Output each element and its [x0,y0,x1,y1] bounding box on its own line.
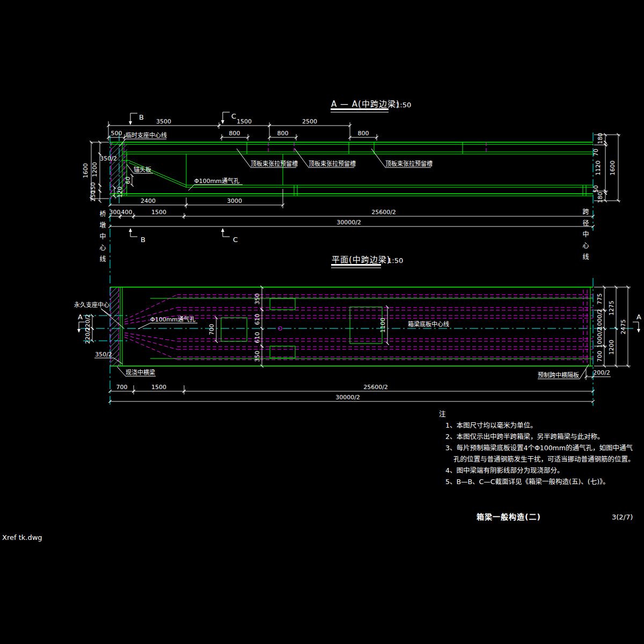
blockout-rect [270,346,295,358]
dim: 3000 [227,197,242,204]
dim: 25600/2 [371,209,396,216]
dim: 1500 [151,384,166,391]
label-slot-3: 顶板束张拉预留槽 [371,149,433,167]
note-line: 3、每片预制箱梁底板设置4个Φ100mm的通气孔，如图中通气 [445,444,633,452]
section-marker-b-bottom: B [129,228,145,244]
svg-text:Φ100mm通气孔: Φ100mm通气孔 [194,177,239,185]
elevation-scale: 1:50 [396,101,411,109]
notes-header: 注 [439,410,446,418]
dim: 300 [109,209,121,216]
page-number: 3(2/7) [612,513,633,521]
blockout-rect [221,318,247,341]
dim: 775 [596,294,603,305]
label-vent-hole-plan: Φ100mm通气孔 [138,316,197,329]
label-bottom-centerline: 箱梁底板中心线 [408,320,449,328]
dim: 1100 [379,318,386,333]
section-marker-b-top: B [129,113,144,125]
dim: 350 [254,351,261,362]
dim: 220/2 [84,327,91,344]
title-underline [331,108,389,110]
marker-letter: A [78,313,83,321]
dim: 30000/2 [335,394,360,401]
dim: 800 [358,130,369,137]
section-marker-c-bottom: C [221,228,238,244]
label-cast-beam: 现浇中横梁 [117,367,156,376]
svg-text:永久支座中心: 永久支座中心 [74,301,109,309]
section-marker-a-left: A [77,313,85,333]
dim: 180 [597,192,604,203]
dim: 1600 [82,163,89,178]
dim: 1120 [595,160,602,175]
dim: 3500 [156,118,171,125]
dim: 50 [592,185,599,193]
title-underline [331,264,381,266]
dim: 610 [254,314,261,325]
marker-letter: C [233,236,238,244]
svg-text:现浇中横梁: 现浇中横梁 [126,369,155,376]
dim: 2475 [620,319,627,334]
label-slot-1: 顶板束张拉预留槽 [237,149,298,167]
svg-text:预制跨中横隔板: 预制跨中横隔板 [538,371,579,379]
dim: 800 [277,130,289,137]
dim: 700 [116,384,128,391]
dim: 400 [121,209,133,216]
plan-scale: 1:50 [387,257,403,265]
svg-text:临时支座中心线: 临时支座中心线 [126,131,167,139]
marker-letter: B [139,113,144,121]
blockout-rect [350,307,382,343]
label-precast-diaphragm: 预制跨中横隔板 [538,364,589,379]
dim: 1500 [237,118,252,125]
dim: 2400 [141,197,156,204]
span-centerline-label: 跨径中心线 [581,208,589,265]
dim: 25600/2 [363,384,388,391]
notes-block: 注 1、本图尺寸均以毫米为单位。 2、本图仅示出中跨半跨箱梁，另半跨箱梁与此对称… [439,410,635,486]
plan-view: 平面(中跨边梁) 1:50 [74,255,641,406]
dim: 1000/2 [596,327,603,348]
marker-letter: B [141,236,145,244]
cad-drawing: A — A(中跨边梁) 1:50 [0,0,644,644]
dim: 30000/2 [336,219,361,226]
sheet-title: 箱梁一般构造(二) [477,513,541,521]
blockout-rect [270,298,295,310]
dim: 350/2 [100,155,117,162]
note-line: 2、本图仅示出中跨半跨箱梁，另半跨箱梁与此对称。 [445,433,604,441]
dim: 1275 [608,301,615,316]
dim: 120 [116,187,123,198]
dim: 1000/2 [596,309,603,330]
dim: 2500 [302,118,317,125]
label-vent-hole-elev: Φ100mm通气孔 [188,177,243,191]
note-line: 孔的位置与普通钢筋发生干扰，可适当挪动普通钢筋的位置。 [453,455,635,463]
dim: 800 [229,130,240,137]
tendon-lines [125,290,593,363]
pier-centerline-label: 桥墩中心线 [98,210,106,267]
elevation-title: A — A(中跨边梁) [331,99,400,109]
dim: 70 [592,149,599,156]
dim: 250 [90,191,97,202]
label-slot-2: 顶板束张拉预留槽 [295,149,356,167]
svg-text:350/2: 350/2 [95,351,112,358]
note-line: 1、本图尺寸均以毫米为单位。 [445,421,537,429]
dim: 700 [208,324,215,335]
svg-text:顶板束张拉预留槽: 顶板束张拉预留槽 [251,160,298,167]
dim: 60 [125,177,131,184]
dim: 180 [597,133,604,144]
svg-text:Φ100mm通气孔: Φ100mm通气孔 [150,316,195,323]
marker-letter: C [231,112,236,120]
cad-canvas: A — A(中跨边梁) 1:50 [0,0,644,644]
svg-text:锚头板: 锚头板 [134,166,151,173]
note-line: 5、B—B、C—C截面详见《箱梁一般构造(五)、(七)》。 [445,478,610,486]
dim: 1200 [608,340,615,355]
dim: 700 [596,351,603,362]
svg-text:顶板束张拉预留槽: 顶板束张拉预留槽 [309,160,356,167]
marker-letter: A [636,313,641,321]
section-marker-a-right: A [633,313,641,333]
section-marker-c-top: C [221,112,236,124]
svg-text:顶板束张拉预留槽: 顶板束张拉预留槽 [385,160,433,167]
dim: 610 [254,332,261,343]
dim: 1200 [91,162,98,177]
dim: 350 [254,294,261,305]
plan-title: 平面(中跨边梁) [332,255,391,265]
dim: 500 [111,130,122,137]
dim: 1500 [151,209,166,216]
dim: 200/2 [593,369,610,376]
